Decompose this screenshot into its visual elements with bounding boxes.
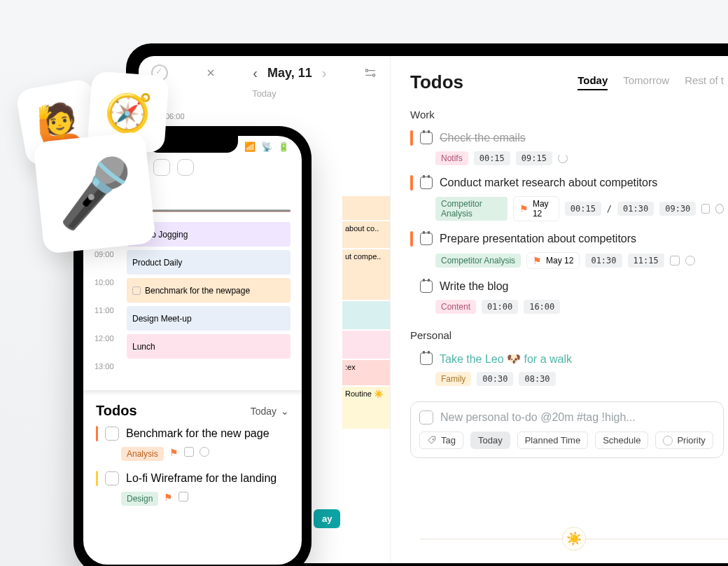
cellular-icon: 📶	[244, 142, 255, 152]
priority-circle-icon	[663, 436, 673, 446]
jump-today-button[interactable]: ay	[314, 509, 340, 528]
tag-content[interactable]: Content	[435, 300, 476, 314]
due-date-chip[interactable]: ⚑May 12	[526, 252, 580, 269]
date-scope-tabs: Today Tomorrow Rest of t	[578, 74, 724, 90]
tab-rest-of-week[interactable]: Rest of t	[685, 74, 724, 90]
due-date-label: May 12	[533, 199, 553, 219]
repeat-icon[interactable]	[558, 153, 568, 163]
svg-point-0	[365, 69, 368, 71]
tablet-todos-pane: Todos Today Tomorrow Rest of t Work Chec…	[391, 56, 728, 563]
tag-icon	[427, 436, 437, 446]
new-todo-input[interactable]: New personal to-do @20m #tag !high...	[440, 411, 636, 424]
event-sliver[interactable]	[342, 331, 390, 359]
tag-analysis[interactable]: Analysis	[121, 447, 164, 461]
new-todo-composer[interactable]: New personal to-do @20m #tag !high... Ta…	[410, 401, 724, 458]
chevron-right-icon[interactable]: ›	[322, 65, 327, 81]
checkbox-empty-icon[interactable]	[419, 410, 433, 424]
checkbox-empty-icon[interactable]	[105, 471, 119, 485]
note-icon[interactable]	[178, 492, 188, 502]
todo-title: Conduct market research about competitor…	[440, 177, 657, 189]
tag-family[interactable]: Family	[435, 372, 471, 386]
composer-chip-priority[interactable]: Priority	[655, 432, 713, 449]
time-sep: /	[607, 204, 612, 214]
tab-tomorrow[interactable]: Tomorrow	[623, 74, 669, 90]
spent-time: 00:15	[565, 202, 601, 216]
todo-row[interactable]: Benchmark for the new page	[96, 426, 289, 441]
timeline-event[interactable]: Product Daily	[127, 250, 290, 275]
priority-bar-medium	[96, 471, 98, 486]
due-date-chip[interactable]: ⚑May 12	[513, 196, 559, 221]
emoji-card-microphone: 🎤	[33, 131, 156, 254]
open-list-icon[interactable]	[177, 159, 194, 176]
compass-icon: 🧭	[103, 88, 153, 136]
planned-duration: 00:15	[474, 151, 510, 165]
todo-title: Take the Leo 🐶 for a walk	[440, 352, 572, 366]
tag-notifs[interactable]: Notifs	[435, 151, 468, 165]
calendar-icon[interactable]	[420, 352, 433, 365]
planned-duration: 01:00	[482, 300, 518, 314]
checkbox-empty-icon[interactable]	[105, 427, 119, 441]
event-sliver[interactable]: Routine ☀️	[342, 387, 390, 429]
todo-row[interactable]: Prepare presentation about competitors C…	[410, 231, 724, 269]
calendar-icon[interactable]	[420, 132, 433, 144]
tag-competitor-analysis[interactable]: Competitor Analysis	[435, 254, 521, 268]
todo-row[interactable]: Conduct market research about competitor…	[410, 175, 724, 221]
scheduled-time: 16:00	[524, 300, 560, 314]
priority-circle-icon[interactable]	[685, 256, 695, 265]
phone-timeline: 08:00 Go Jogging 09:00 Product Daily 10:…	[83, 222, 302, 390]
day-divider: ☀️	[420, 527, 728, 551]
priority-bar-none	[410, 351, 413, 366]
timeline-event[interactable]: Design Meet-up	[127, 306, 290, 331]
event-sliver[interactable]	[342, 301, 390, 329]
todo-title: Write the blog	[440, 280, 508, 293]
planned-duration: 00:30	[477, 372, 513, 386]
chevron-left-icon[interactable]: ‹	[253, 65, 258, 81]
sun-icon: ☀️	[562, 527, 586, 551]
todo-row[interactable]: Write the blog Content 01:00 16:00	[410, 279, 724, 314]
calendar-icon[interactable]	[420, 177, 433, 189]
today-label[interactable]: Today	[144, 88, 384, 99]
note-icon[interactable]	[184, 447, 194, 457]
phone-todos-title: Todos	[96, 403, 137, 419]
composer-chip-tag[interactable]: Tag	[419, 432, 463, 449]
tag-competitor-analysis[interactable]: Competitor Analysis	[435, 197, 507, 221]
calendar-icon[interactable]	[420, 233, 433, 245]
scheduled-time: 09:15	[516, 151, 552, 165]
todo-row[interactable]: Take the Leo 🐶 for a walk Family 00:30 0…	[410, 351, 724, 386]
note-icon[interactable]	[701, 204, 710, 214]
time-marker: 12:00	[94, 334, 127, 343]
timeline-event[interactable]: Lunch	[127, 334, 290, 359]
event-sliver[interactable]: about co..	[342, 221, 390, 248]
time-marker: 13:00	[94, 362, 127, 371]
open-calendar-icon[interactable]	[153, 159, 170, 176]
composer-chip-schedule[interactable]: Schedule	[595, 432, 648, 449]
timeline-event[interactable]: Benchmark for the newpage	[127, 278, 290, 303]
event-sliver[interactable]: :ex	[342, 360, 390, 385]
todo-row[interactable]: Check the emails Notifs 00:15 09:15	[410, 130, 724, 165]
tab-today[interactable]: Today	[578, 74, 608, 90]
close-icon[interactable]	[205, 67, 216, 78]
settings-icon[interactable]	[363, 66, 377, 80]
chevron-down-icon: ⌄	[281, 406, 289, 417]
flag-icon[interactable]: ⚑	[164, 492, 173, 506]
composer-chip-today[interactable]: Today	[470, 432, 510, 449]
priority-circle-icon[interactable]	[715, 204, 724, 214]
phone-scope-selector[interactable]: Today⌄	[251, 406, 289, 417]
time-marker: 09:00	[94, 250, 127, 258]
microphone-icon: 🎤	[52, 152, 137, 233]
composer-chip-planned-time[interactable]: Planned Time	[517, 432, 589, 449]
event-sliver[interactable]	[342, 196, 390, 220]
todo-row[interactable]: Lo-fi Wireframe for the landing	[96, 471, 289, 486]
timeline-shadow	[83, 390, 302, 396]
flag-icon[interactable]: ⚑	[169, 447, 178, 461]
event-sliver[interactable]: ut compe..	[342, 249, 390, 300]
checkbox-empty-icon	[132, 287, 141, 295]
note-icon[interactable]	[670, 256, 680, 265]
svg-point-2	[433, 439, 434, 440]
planned-duration: 01:30	[585, 254, 622, 268]
priority-bar-high	[410, 130, 413, 146]
phone-todos-pane: Todos Today⌄ Benchmark for the new page …	[83, 396, 302, 523]
tag-design[interactable]: Design	[121, 492, 158, 506]
priority-circle-icon[interactable]	[200, 447, 209, 457]
calendar-icon[interactable]	[420, 280, 433, 293]
